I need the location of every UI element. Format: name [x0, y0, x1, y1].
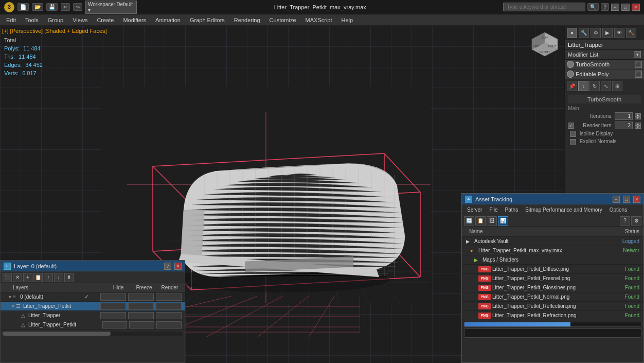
menu-create[interactable]: Create: [93, 16, 118, 24]
modifier-options-turbosm[interactable]: ⬛: [635, 61, 642, 68]
layers-tool-down[interactable]: ↓: [54, 273, 63, 282]
layers-scrollbar[interactable]: [3, 332, 183, 336]
modifier-bulb-edpoly[interactable]: [567, 71, 574, 78]
menu-rendering[interactable]: Rendering: [230, 16, 264, 24]
new-btn[interactable]: 📄: [17, 3, 29, 11]
layers-close-btn[interactable]: ✕: [174, 263, 182, 270]
help-btn[interactable]: ?: [601, 3, 609, 11]
maximize-btn[interactable]: □: [621, 4, 630, 11]
layers-row-hide-3[interactable]: [102, 321, 128, 329]
layers-row-hide-2[interactable]: [100, 312, 126, 319]
at-tool-refresh[interactable]: 🔄: [464, 216, 474, 226]
layers-tool-0[interactable]: ⬛: [3, 273, 12, 282]
layers-row-hide-0[interactable]: [100, 293, 126, 301]
at-tool-detail[interactable]: 📊: [498, 216, 508, 226]
at-row-normal[interactable]: PNG Litter_Trapper_Petkit_Normal.png Fou…: [462, 292, 643, 302]
menu-graph-editors[interactable]: Graph Editors: [186, 16, 229, 24]
at-row-refraction[interactable]: PNG Litter_Trapper_Petkit_Refraction.png…: [462, 311, 643, 320]
at-row-diffuse[interactable]: PNG Litter_Trapper_Petkit_Diffuse.png Fo…: [462, 265, 643, 274]
at-row-maps[interactable]: ▶ Maps / Shaders: [462, 255, 643, 265]
layers-tool-add[interactable]: +: [23, 273, 32, 282]
menu-group[interactable]: Group: [44, 16, 68, 24]
at-row-reflection[interactable]: PNG Litter_Trapper_Petkit_Reflection.png…: [462, 302, 643, 311]
at-min-btn[interactable]: −: [613, 196, 620, 203]
layers-row-petkit-obj[interactable]: △ Litter_Trapper_Petkit: [1, 320, 185, 330]
layers-row-trapper[interactable]: △ Litter_Trapper: [1, 311, 185, 320]
at-close-btn[interactable]: ✕: [633, 196, 640, 203]
menu-help[interactable]: Help: [337, 16, 357, 24]
layers-row-expand-1[interactable]: ▼: [11, 304, 16, 309]
workspace-selector[interactable]: Workspace: Default ▾: [85, 1, 137, 14]
modifier-options-edpoly[interactable]: ⬛: [635, 71, 642, 78]
layers-row-render-1[interactable]: [156, 303, 182, 310]
open-btn[interactable]: 📂: [32, 3, 43, 11]
layers-tool-up[interactable]: ↑: [44, 273, 53, 282]
save-btn[interactable]: 💾: [46, 3, 58, 11]
modifier-turbosm[interactable]: TurboSmooth ⬛: [565, 60, 644, 70]
at-row-fresnel[interactable]: PNG Litter_Trapper_Petkit_Fresnel.png Fo…: [462, 274, 643, 283]
panel-icon-display[interactable]: ●: [567, 28, 577, 38]
layers-row-hide-1[interactable]: [100, 303, 126, 310]
at-tool-list[interactable]: 📋: [475, 216, 486, 226]
turbosm-renderiters-input[interactable]: [615, 122, 633, 129]
undo-btn[interactable]: ↩: [61, 3, 70, 11]
layers-row-render-2[interactable]: [156, 312, 182, 319]
panel-icon-modify[interactable]: 🔧: [579, 28, 589, 38]
layers-tool-delete[interactable]: ✕: [13, 273, 22, 282]
at-menu-options[interactable]: Options: [606, 206, 630, 213]
menu-views[interactable]: Views: [68, 16, 92, 24]
layers-row-default[interactable]: ▼ ≡ 0 (default) ✓: [1, 292, 185, 302]
turbosm-renderiters-checkbox[interactable]: [568, 123, 574, 129]
at-menu-paths[interactable]: Paths: [502, 206, 522, 213]
transform-rotate[interactable]: ↻: [589, 81, 600, 91]
at-row-vault[interactable]: ▶ Autodesk Vault Logged: [462, 237, 643, 246]
layers-tool-copy[interactable]: 📋: [33, 273, 43, 282]
turbosm-renderiters-down[interactable]: ▼: [635, 126, 641, 129]
layers-row-expand-0[interactable]: ▼: [8, 295, 13, 300]
panel-icon-display2[interactable]: 👁: [614, 28, 624, 38]
at-tool-img[interactable]: 🖼: [487, 216, 497, 226]
minimize-btn[interactable]: −: [611, 4, 619, 11]
transform-move[interactable]: ↕: [578, 81, 588, 91]
turbosm-iterations-input[interactable]: [615, 112, 633, 120]
at-max-btn[interactable]: □: [623, 196, 630, 203]
modifier-list-dropdown[interactable]: ▾: [634, 51, 641, 58]
panel-icon-motion[interactable]: ▶: [602, 28, 613, 38]
menu-animation[interactable]: Animation: [151, 16, 185, 24]
modifier-edpoly[interactable]: Editable Poly ⬛: [565, 70, 644, 79]
at-row-glossines[interactable]: PNG Litter_Trapper_Petkit_Glossines.png …: [462, 283, 643, 292]
at-menu-file[interactable]: File: [486, 206, 500, 213]
panel-icon-hierarchy[interactable]: ⚙: [591, 28, 601, 38]
menu-maxscript[interactable]: MAXScript: [301, 16, 336, 24]
layers-tool-merge[interactable]: ⬆: [64, 273, 74, 282]
menu-tools[interactable]: Tools: [21, 16, 43, 24]
at-row-maxfile[interactable]: ● Litter_Trapper_Petkit_max_vray.max Net…: [462, 246, 643, 255]
layers-row-render-0[interactable]: [156, 293, 182, 301]
layers-row-freeze-3[interactable]: [129, 321, 154, 329]
turbosm-iterations-down[interactable]: ▼: [635, 116, 641, 119]
at-menu-bitmap[interactable]: Bitmap Performance and Memory: [522, 206, 605, 213]
layers-question-btn[interactable]: ?: [164, 263, 171, 270]
layers-scrollbar-thumb[interactable]: [3, 332, 111, 336]
turbosm-explicit-checkbox[interactable]: [570, 139, 576, 145]
close-btn[interactable]: ✕: [632, 4, 640, 11]
search-btn[interactable]: 🔍: [587, 3, 599, 11]
menu-edit[interactable]: Edit: [2, 16, 20, 24]
turbosm-isoline-checkbox[interactable]: [570, 131, 576, 137]
at-tool-settings[interactable]: ⚙: [631, 216, 641, 226]
modifier-bulb-turbosm[interactable]: [567, 61, 574, 68]
menu-modifiers[interactable]: Modifiers: [119, 16, 150, 24]
transform-pin[interactable]: 📌: [567, 81, 577, 91]
menu-customize[interactable]: Customize: [265, 16, 300, 24]
transform-scale[interactable]: ⤡: [601, 81, 611, 91]
nav-cube[interactable]: TOP LEFT RIGHT FRONT: [529, 30, 560, 61]
transform-offset[interactable]: ⊞: [612, 81, 622, 91]
at-tool-help[interactable]: ?: [620, 216, 630, 226]
layers-row-freeze-1[interactable]: [128, 303, 154, 310]
search-input[interactable]: [503, 3, 585, 11]
redo-btn[interactable]: ↪: [73, 3, 82, 11]
at-path-bar[interactable]: [464, 329, 641, 338]
layers-row-freeze-2[interactable]: [128, 312, 154, 319]
at-menu-server[interactable]: Server: [464, 206, 485, 213]
layers-row-render-3[interactable]: [156, 321, 182, 329]
